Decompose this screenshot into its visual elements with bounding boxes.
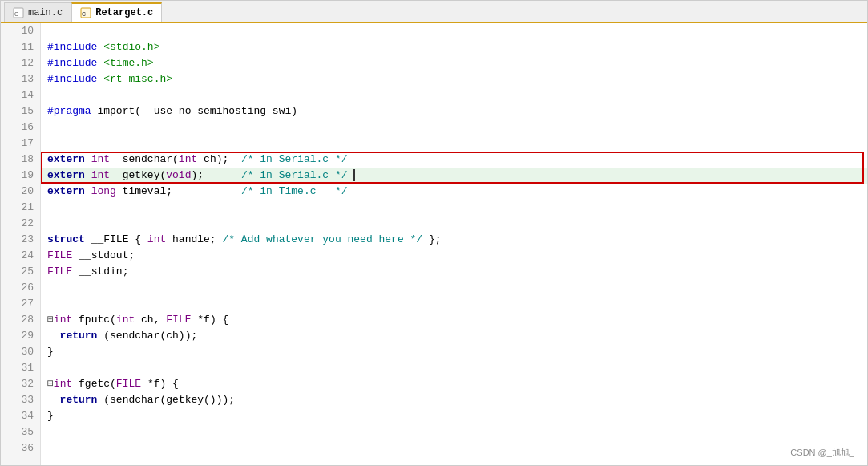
- code-line-31: [41, 360, 867, 376]
- line-num-13: 13: [1, 71, 34, 87]
- line-num-33: 33: [1, 392, 34, 408]
- line-num-28: 28: [1, 312, 34, 328]
- code-line-17: [41, 136, 867, 152]
- tab-retarget-c[interactable]: C Retarget.c: [71, 2, 162, 22]
- code-line-36: [41, 440, 867, 456]
- line-num-20: 20: [1, 184, 34, 200]
- code-line-11: #include <stdio.h>: [41, 39, 867, 55]
- line-numbers: 10 11 12 13 14 15 16 17 18 19 20 21 22 2…: [1, 23, 41, 465]
- code-line-18: extern int sendchar(int ch); /* in Seria…: [41, 152, 867, 168]
- line-num-29: 29: [1, 328, 34, 344]
- line-num-17: 17: [1, 136, 34, 152]
- line-num-35: 35: [1, 424, 34, 440]
- code-line-15: #pragma import(__use_no_semihosting_swi): [41, 103, 867, 120]
- line-num-25: 25: [1, 264, 34, 280]
- line-num-21: 21: [1, 200, 34, 216]
- line-num-22: 22: [1, 216, 34, 232]
- tab-main-c[interactable]: C main.c: [4, 2, 71, 22]
- line-num-26: 26: [1, 280, 34, 296]
- code-line-33: return (sendchar(getkey()));: [41, 392, 867, 408]
- line-num-19: 19: [1, 168, 34, 184]
- svg-text:C: C: [14, 11, 18, 17]
- code-line-26: [41, 280, 867, 296]
- editor-window: C main.c C Retarget.c 10 11 12 13 14 15 …: [0, 0, 868, 466]
- code-line-21: [41, 200, 867, 216]
- code-line-20: extern long timeval; /* in Time.c */: [41, 184, 867, 200]
- line-num-34: 34: [1, 408, 34, 424]
- code-line-19: extern int getkey(void); /* in Serial.c …: [41, 168, 867, 184]
- code-line-10: [41, 23, 867, 39]
- code-line-32: ⊟int fgetc(FILE *f) {: [41, 376, 867, 392]
- line-num-12: 12: [1, 55, 34, 71]
- line-num-18: 18: [1, 152, 34, 168]
- code-line-16: [41, 120, 867, 136]
- line-num-11: 11: [1, 39, 34, 55]
- code-line-30: }: [41, 344, 867, 360]
- line-num-31: 31: [1, 360, 34, 376]
- code-line-34: }: [41, 408, 867, 424]
- tab-retarget-c-label: Retarget.c: [95, 7, 153, 18]
- line-num-16: 16: [1, 120, 34, 136]
- red-box-group: extern int sendchar(int ch); /* in Seria…: [41, 152, 867, 184]
- c-file-icon-2: C: [80, 7, 91, 18]
- line-num-10: 10: [1, 23, 34, 39]
- code-line-12: #include <time.h>: [41, 55, 867, 71]
- c-file-icon: C: [13, 7, 24, 18]
- code-line-14: [41, 87, 867, 103]
- code-line-25: FILE __stdin;: [41, 264, 867, 280]
- code-line-27: [41, 296, 867, 312]
- code-line-28: ⊟int fputc(int ch, FILE *f) {: [41, 312, 867, 328]
- line-num-27: 27: [1, 296, 34, 312]
- line-num-14: 14: [1, 87, 34, 103]
- line-num-32: 32: [1, 376, 34, 392]
- code-area: 10 11 12 13 14 15 16 17 18 19 20 21 22 2…: [1, 23, 867, 465]
- code-line-35: [41, 424, 867, 440]
- line-num-30: 30: [1, 344, 34, 360]
- code-line-23: struct __FILE { int handle; /* Add whate…: [41, 232, 867, 248]
- line-num-24: 24: [1, 248, 34, 264]
- code-line-24: FILE __stdout;: [41, 248, 867, 264]
- code-line-22: [41, 216, 867, 232]
- code-content[interactable]: #include <stdio.h> #include <time.h> #in…: [41, 23, 867, 465]
- line-num-23: 23: [1, 232, 34, 248]
- line-num-36: 36: [1, 440, 34, 456]
- svg-text:C: C: [82, 11, 86, 17]
- line-num-15: 15: [1, 103, 34, 120]
- code-line-13: #include <rt_misc.h>: [41, 71, 867, 87]
- code-line-29: return (sendchar(ch));: [41, 328, 867, 344]
- tab-bar: C main.c C Retarget.c: [1, 1, 867, 23]
- watermark: CSDN @_旭旭_: [790, 447, 854, 459]
- tab-main-c-label: main.c: [28, 7, 63, 18]
